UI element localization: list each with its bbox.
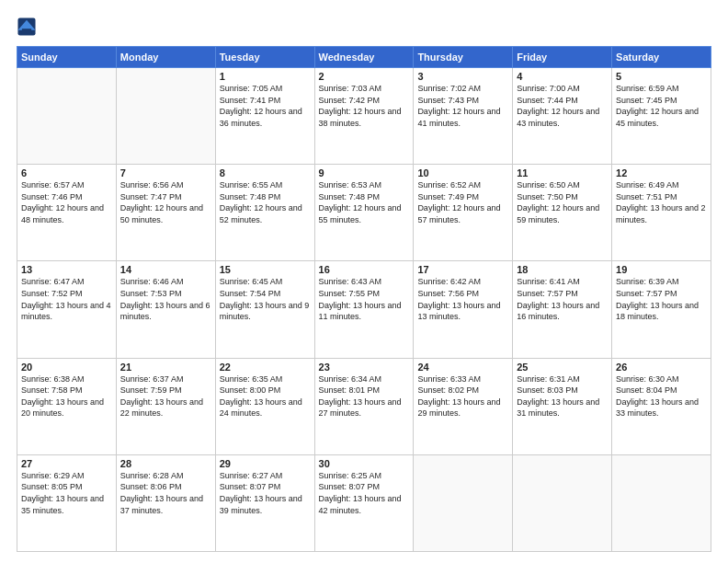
calendar-cell: 20Sunrise: 6:38 AM Sunset: 7:58 PM Dayli… bbox=[17, 358, 117, 454]
day-number: 13 bbox=[21, 264, 112, 275]
day-info: Sunrise: 6:43 AM Sunset: 7:55 PM Dayligh… bbox=[319, 276, 410, 322]
day-info: Sunrise: 7:05 AM Sunset: 7:41 PM Dayligh… bbox=[220, 83, 311, 129]
day-info: Sunrise: 6:35 AM Sunset: 8:00 PM Dayligh… bbox=[220, 373, 311, 419]
day-number: 5 bbox=[616, 71, 707, 82]
calendar-cell: 9Sunrise: 6:53 AM Sunset: 7:48 PM Daylig… bbox=[314, 165, 414, 261]
day-info: Sunrise: 7:00 AM Sunset: 7:44 PM Dayligh… bbox=[517, 83, 608, 129]
calendar-cell: 21Sunrise: 6:37 AM Sunset: 7:59 PM Dayli… bbox=[116, 358, 215, 454]
day-info: Sunrise: 6:56 AM Sunset: 7:47 PM Dayligh… bbox=[120, 179, 211, 225]
page: SundayMondayTuesdayWednesdayThursdayFrid… bbox=[0, 0, 728, 563]
calendar-cell: 26Sunrise: 6:30 AM Sunset: 8:04 PM Dayli… bbox=[612, 358, 711, 454]
day-info: Sunrise: 7:02 AM Sunset: 7:43 PM Dayligh… bbox=[417, 83, 508, 129]
calendar-header-monday: Monday bbox=[116, 47, 215, 68]
header bbox=[17, 17, 711, 37]
calendar-cell: 27Sunrise: 6:29 AM Sunset: 8:05 PM Dayli… bbox=[17, 454, 117, 551]
day-number: 22 bbox=[220, 362, 311, 373]
calendar-cell: 6Sunrise: 6:57 AM Sunset: 7:46 PM Daylig… bbox=[17, 165, 117, 261]
day-number: 11 bbox=[517, 167, 608, 178]
calendar-cell: 12Sunrise: 6:49 AM Sunset: 7:51 PM Dayli… bbox=[612, 165, 711, 261]
calendar-cell bbox=[17, 68, 117, 165]
day-number: 29 bbox=[220, 458, 311, 469]
calendar-cell: 8Sunrise: 6:55 AM Sunset: 7:48 PM Daylig… bbox=[215, 165, 314, 261]
calendar-cell: 11Sunrise: 6:50 AM Sunset: 7:50 PM Dayli… bbox=[513, 165, 612, 261]
day-info: Sunrise: 6:39 AM Sunset: 7:57 PM Dayligh… bbox=[616, 276, 707, 322]
calendar-cell: 1Sunrise: 7:05 AM Sunset: 7:41 PM Daylig… bbox=[215, 68, 314, 165]
day-info: Sunrise: 6:31 AM Sunset: 8:03 PM Dayligh… bbox=[517, 373, 608, 419]
day-number: 8 bbox=[220, 167, 311, 178]
day-info: Sunrise: 6:28 AM Sunset: 8:06 PM Dayligh… bbox=[120, 470, 211, 516]
day-info: Sunrise: 7:03 AM Sunset: 7:42 PM Dayligh… bbox=[319, 83, 410, 129]
day-number: 17 bbox=[417, 264, 508, 275]
day-info: Sunrise: 6:57 AM Sunset: 7:46 PM Dayligh… bbox=[21, 179, 112, 225]
day-info: Sunrise: 6:34 AM Sunset: 8:01 PM Dayligh… bbox=[319, 373, 410, 419]
day-number: 12 bbox=[616, 167, 707, 178]
calendar-cell: 13Sunrise: 6:47 AM Sunset: 7:52 PM Dayli… bbox=[17, 261, 117, 358]
calendar-header-wednesday: Wednesday bbox=[314, 47, 414, 68]
day-number: 27 bbox=[21, 458, 112, 469]
day-number: 23 bbox=[319, 362, 410, 373]
calendar-cell bbox=[414, 454, 513, 551]
day-number: 24 bbox=[417, 362, 508, 373]
calendar-week-4: 20Sunrise: 6:38 AM Sunset: 7:58 PM Dayli… bbox=[17, 358, 711, 454]
calendar-cell: 23Sunrise: 6:34 AM Sunset: 8:01 PM Dayli… bbox=[314, 358, 414, 454]
day-number: 15 bbox=[220, 264, 311, 275]
day-info: Sunrise: 6:55 AM Sunset: 7:48 PM Dayligh… bbox=[220, 179, 311, 225]
day-info: Sunrise: 6:45 AM Sunset: 7:54 PM Dayligh… bbox=[220, 276, 311, 322]
day-info: Sunrise: 6:25 AM Sunset: 8:07 PM Dayligh… bbox=[319, 470, 410, 516]
day-info: Sunrise: 6:50 AM Sunset: 7:50 PM Dayligh… bbox=[517, 179, 608, 225]
day-number: 7 bbox=[120, 167, 211, 178]
day-number: 1 bbox=[220, 71, 311, 82]
calendar-cell: 15Sunrise: 6:45 AM Sunset: 7:54 PM Dayli… bbox=[215, 261, 314, 358]
day-number: 2 bbox=[319, 71, 410, 82]
day-info: Sunrise: 6:41 AM Sunset: 7:57 PM Dayligh… bbox=[517, 276, 608, 322]
calendar-cell: 28Sunrise: 6:28 AM Sunset: 8:06 PM Dayli… bbox=[116, 454, 215, 551]
calendar-cell: 5Sunrise: 6:59 AM Sunset: 7:45 PM Daylig… bbox=[612, 68, 711, 165]
day-number: 16 bbox=[319, 264, 410, 275]
calendar-cell: 30Sunrise: 6:25 AM Sunset: 8:07 PM Dayli… bbox=[314, 454, 414, 551]
day-info: Sunrise: 6:49 AM Sunset: 7:51 PM Dayligh… bbox=[616, 179, 707, 225]
calendar-header-sunday: Sunday bbox=[17, 47, 117, 68]
day-number: 14 bbox=[120, 264, 211, 275]
day-number: 20 bbox=[21, 362, 112, 373]
day-number: 26 bbox=[616, 362, 707, 373]
day-number: 25 bbox=[517, 362, 608, 373]
calendar-cell: 25Sunrise: 6:31 AM Sunset: 8:03 PM Dayli… bbox=[513, 358, 612, 454]
day-number: 19 bbox=[616, 264, 707, 275]
day-info: Sunrise: 6:38 AM Sunset: 7:58 PM Dayligh… bbox=[21, 373, 112, 419]
day-info: Sunrise: 6:30 AM Sunset: 8:04 PM Dayligh… bbox=[616, 373, 707, 419]
calendar-cell: 2Sunrise: 7:03 AM Sunset: 7:42 PM Daylig… bbox=[314, 68, 414, 165]
calendar-cell: 18Sunrise: 6:41 AM Sunset: 7:57 PM Dayli… bbox=[513, 261, 612, 358]
calendar-week-3: 13Sunrise: 6:47 AM Sunset: 7:52 PM Dayli… bbox=[17, 261, 711, 358]
day-info: Sunrise: 6:47 AM Sunset: 7:52 PM Dayligh… bbox=[21, 276, 112, 322]
calendar-week-1: 1Sunrise: 7:05 AM Sunset: 7:41 PM Daylig… bbox=[17, 68, 711, 165]
day-number: 18 bbox=[517, 264, 608, 275]
calendar-cell: 16Sunrise: 6:43 AM Sunset: 7:55 PM Dayli… bbox=[314, 261, 414, 358]
calendar-cell: 17Sunrise: 6:42 AM Sunset: 7:56 PM Dayli… bbox=[414, 261, 513, 358]
day-number: 4 bbox=[517, 71, 608, 82]
day-info: Sunrise: 6:27 AM Sunset: 8:07 PM Dayligh… bbox=[220, 470, 311, 516]
calendar-cell: 24Sunrise: 6:33 AM Sunset: 8:02 PM Dayli… bbox=[414, 358, 513, 454]
calendar-cell: 29Sunrise: 6:27 AM Sunset: 8:07 PM Dayli… bbox=[215, 454, 314, 551]
calendar-week-2: 6Sunrise: 6:57 AM Sunset: 7:46 PM Daylig… bbox=[17, 165, 711, 261]
calendar-header-friday: Friday bbox=[513, 47, 612, 68]
day-number: 9 bbox=[319, 167, 410, 178]
calendar-table: SundayMondayTuesdayWednesdayThursdayFrid… bbox=[17, 46, 711, 552]
day-number: 10 bbox=[417, 167, 508, 178]
calendar-cell: 7Sunrise: 6:56 AM Sunset: 7:47 PM Daylig… bbox=[116, 165, 215, 261]
calendar-header-tuesday: Tuesday bbox=[215, 47, 314, 68]
calendar-cell bbox=[513, 454, 612, 551]
logo bbox=[17, 17, 40, 37]
calendar-header-row: SundayMondayTuesdayWednesdayThursdayFrid… bbox=[17, 47, 711, 68]
day-info: Sunrise: 6:59 AM Sunset: 7:45 PM Dayligh… bbox=[616, 83, 707, 129]
day-info: Sunrise: 6:52 AM Sunset: 7:49 PM Dayligh… bbox=[417, 179, 508, 225]
calendar-cell bbox=[612, 454, 711, 551]
calendar-cell: 3Sunrise: 7:02 AM Sunset: 7:43 PM Daylig… bbox=[414, 68, 513, 165]
calendar-cell bbox=[116, 68, 215, 165]
day-number: 28 bbox=[120, 458, 211, 469]
day-number: 3 bbox=[417, 71, 508, 82]
calendar-header-thursday: Thursday bbox=[414, 47, 513, 68]
day-info: Sunrise: 6:53 AM Sunset: 7:48 PM Dayligh… bbox=[319, 179, 410, 225]
calendar-cell: 10Sunrise: 6:52 AM Sunset: 7:49 PM Dayli… bbox=[414, 165, 513, 261]
day-number: 6 bbox=[21, 167, 112, 178]
calendar-cell: 22Sunrise: 6:35 AM Sunset: 8:00 PM Dayli… bbox=[215, 358, 314, 454]
